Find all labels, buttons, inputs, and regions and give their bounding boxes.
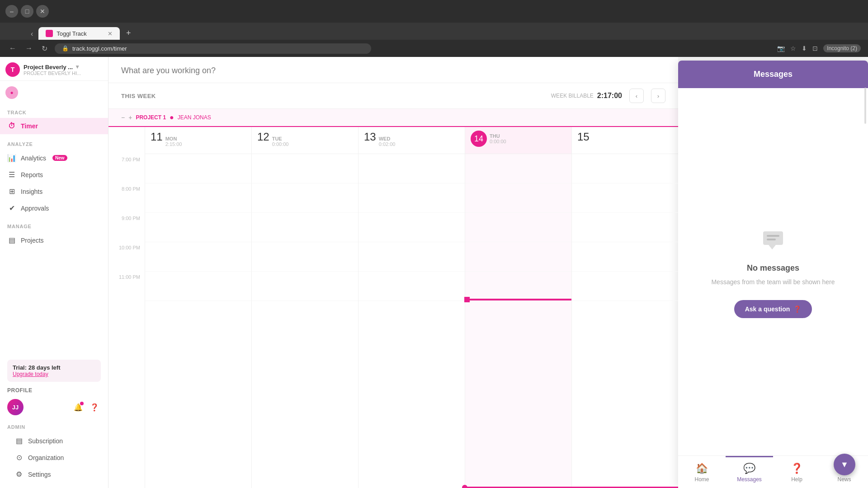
cell-wed-8pm[interactable] xyxy=(359,183,465,213)
active-tab[interactable]: Toggl Track ✕ xyxy=(38,27,120,40)
sidebar-item-organization[interactable]: ⊙ Organization xyxy=(7,449,101,466)
main-content: THIS WEEK WEEK BILLABLE 2:17:00 ‹ › − + … xyxy=(108,57,678,488)
footer-tab-messages[interactable]: 💬 Messages xyxy=(726,456,773,488)
footer-home-label: Home xyxy=(694,476,709,483)
day-headers: 11 MON 2:15:00 12 TUE xyxy=(145,127,678,154)
messages-panel: Messages No messages Messages from the t… xyxy=(678,61,868,488)
day-time-tue: 0:00:00 xyxy=(272,141,289,147)
project-sub: PROJECT BEVERLY HI... xyxy=(24,70,81,76)
window-close[interactable]: ✕ xyxy=(36,5,49,18)
this-week-label: THIS WEEK xyxy=(121,93,156,99)
minus-icon[interactable]: − xyxy=(121,114,125,121)
week-prev-button[interactable]: ‹ xyxy=(629,89,644,103)
back-button[interactable]: ← xyxy=(7,42,18,54)
cell-thu-8pm[interactable] xyxy=(465,183,571,213)
close-fab-button[interactable]: ▼ xyxy=(834,454,855,475)
organization-label: Organization xyxy=(28,454,64,461)
cell-tue-10pm[interactable] xyxy=(252,242,358,272)
tab-title: Toggl Track xyxy=(57,30,86,37)
window-minimize[interactable]: – xyxy=(5,5,18,18)
cell-fri-10pm[interactable] xyxy=(572,242,678,272)
day-header-fri: 15 xyxy=(571,127,678,154)
sidebar-item-analytics[interactable]: 📊 Analytics New xyxy=(0,150,108,166)
browser-chrome: – □ ✕ ‹ Toggl Track ✕ + ← → ↻ 🔒 track.to… xyxy=(0,0,868,57)
star-icon[interactable]: ☆ xyxy=(790,45,796,52)
day-name-wed: WED xyxy=(379,136,396,141)
cell-fri-11pm[interactable] xyxy=(572,272,678,301)
footer-tab-help[interactable]: ❓ Help xyxy=(773,456,821,488)
cell-fri-9pm[interactable] xyxy=(572,213,678,242)
messages-body: No messages Messages from the team will … xyxy=(678,88,868,455)
ask-question-icon: ❓ xyxy=(793,305,801,313)
footer-tab-home[interactable]: 🏠 Home xyxy=(678,456,726,488)
scrollbar[interactable] xyxy=(864,88,866,124)
time-slot-11pm: 11:00 PM xyxy=(108,272,145,301)
cell-fri-7pm[interactable] xyxy=(572,154,678,183)
person-filter-tag: JEAN JONAS xyxy=(178,114,211,121)
cell-mon-10pm[interactable] xyxy=(145,242,251,272)
timer-input-area xyxy=(108,57,678,83)
cell-thu-10pm[interactable] xyxy=(465,242,571,272)
time-slot-10pm: 10:00 PM xyxy=(108,242,145,272)
new-tab-button[interactable]: + xyxy=(122,26,135,40)
cell-tue-11pm[interactable] xyxy=(252,272,358,301)
analyze-section-label: ANALYZE xyxy=(0,134,108,150)
sidebar-item-reports[interactable]: ☰ Reports xyxy=(0,166,108,183)
avatar[interactable]: JJ xyxy=(7,399,24,415)
sidebar-item-timer[interactable]: ⏱ Timer xyxy=(0,118,108,134)
week-billable: WEEK BILLABLE 2:17:00 xyxy=(551,92,622,100)
cell-wed-9pm[interactable] xyxy=(359,213,465,242)
cell-tue-7pm[interactable] xyxy=(252,154,358,183)
app-container: T Project Beverly ... ▼ PROJECT BEVERLY … xyxy=(0,57,868,488)
cell-fri-8pm[interactable] xyxy=(572,183,678,213)
help-icon[interactable]: ❓ xyxy=(88,401,101,413)
trial-text: Trial: 28 days left xyxy=(13,364,95,371)
projects-icon: ▤ xyxy=(7,236,16,244)
upgrade-link[interactable]: Upgrade today xyxy=(13,371,95,377)
sidebar-item-projects[interactable]: ▤ Projects xyxy=(0,232,108,249)
cell-wed-11pm[interactable] xyxy=(359,272,465,301)
working-on-input[interactable] xyxy=(121,66,665,75)
cell-thu-7pm[interactable] xyxy=(465,154,571,183)
settings-label: Settings xyxy=(28,471,51,478)
address-bar[interactable]: 🔒 track.toggl.com/timer xyxy=(55,43,371,54)
help-circle-icon: ❓ xyxy=(791,463,803,474)
cell-tue-8pm[interactable] xyxy=(252,183,358,213)
sidebar-item-subscription[interactable]: ▤ Subscription xyxy=(7,432,101,449)
cell-mon-8pm[interactable] xyxy=(145,183,251,213)
ask-question-button[interactable]: Ask a question ❓ xyxy=(734,300,812,318)
tab-prev[interactable]: ‹ xyxy=(27,28,37,40)
trial-box: Trial: 28 days left Upgrade today xyxy=(7,360,101,382)
forward-button[interactable]: → xyxy=(24,42,34,54)
settings-icon: ⚙ xyxy=(14,470,24,479)
cell-mon-9pm[interactable] xyxy=(145,213,251,242)
cell-wed-10pm[interactable] xyxy=(359,242,465,272)
tab-close-icon[interactable]: ✕ xyxy=(108,30,113,37)
cell-wed-7pm[interactable] xyxy=(359,154,465,183)
analytics-icon: 📊 xyxy=(7,154,16,162)
sidebar-item-settings[interactable]: ⚙ Settings xyxy=(7,466,101,483)
reload-button[interactable]: ↻ xyxy=(40,42,49,55)
cell-mon-7pm[interactable] xyxy=(145,154,251,183)
notifications-icon[interactable]: 🔔 xyxy=(72,401,85,413)
window-maximize[interactable]: □ xyxy=(21,5,33,18)
cell-mon-11pm[interactable] xyxy=(145,272,251,301)
week-next-button[interactable]: › xyxy=(651,89,665,103)
lock-icon: 🔒 xyxy=(62,45,69,52)
week-bar: THIS WEEK WEEK BILLABLE 2:17:00 ‹ › xyxy=(108,83,678,109)
cell-thu-9pm[interactable] xyxy=(465,213,571,242)
svg-marker-1 xyxy=(769,245,776,249)
sidebar-item-insights[interactable]: ⊞ Insights xyxy=(0,183,108,200)
time-slot-7pm: 7:00 PM xyxy=(108,154,145,183)
plus-icon[interactable]: + xyxy=(128,114,132,121)
cell-thu-11pm[interactable] xyxy=(465,272,571,301)
cell-tue-9pm[interactable] xyxy=(252,213,358,242)
window-icon[interactable]: ⊡ xyxy=(812,45,818,52)
url-text: track.toggl.com/timer xyxy=(72,45,127,52)
projects-label: Projects xyxy=(21,237,44,244)
dropdown-icon[interactable]: ▼ xyxy=(75,64,80,70)
sidebar-item-approvals[interactable]: ✔ Approvals xyxy=(0,200,108,216)
day-header-wed: 13 WED 0:02:00 xyxy=(358,127,465,154)
download-icon[interactable]: ⬇ xyxy=(802,45,807,52)
project-name: Project Beverly ... xyxy=(24,64,73,70)
